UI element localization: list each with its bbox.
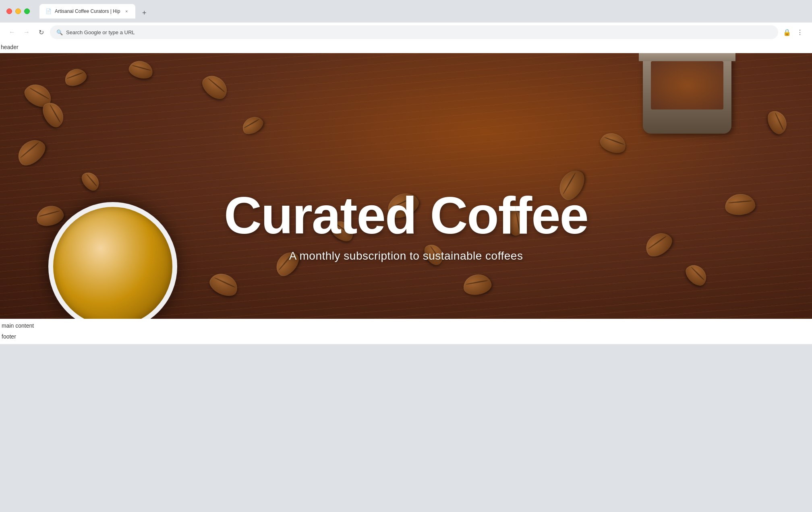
- tab-favicon-icon: 📄: [45, 8, 52, 14]
- forward-icon: →: [23, 29, 30, 36]
- grinder-top: [639, 53, 735, 61]
- close-window-button[interactable]: [6, 8, 12, 14]
- tab-title: Artisanal Coffee Curators | Hip: [55, 8, 120, 14]
- tab-close-button[interactable]: ×: [123, 8, 130, 14]
- browser-actions: 🔒 ⋮: [781, 27, 806, 38]
- forward-button[interactable]: →: [21, 27, 32, 38]
- back-button[interactable]: ←: [6, 27, 18, 38]
- url-bar[interactable]: 🔍 Search Google or type a URL: [50, 25, 778, 39]
- address-bar: ← → ↻ 🔍 Search Google or type a URL 🔒 ⋮: [0, 23, 812, 42]
- browser-frame: 📄 Artisanal Coffee Curators | Hip × + ← …: [0, 0, 812, 344]
- grinder-coffee-grounds: [651, 61, 723, 109]
- profile-icon: 🔒: [783, 29, 791, 36]
- back-icon: ←: [9, 29, 15, 36]
- url-text: Search Google or type a URL: [66, 29, 772, 35]
- main-content-label: main content: [1, 320, 811, 332]
- menu-icon: ⋮: [797, 29, 803, 36]
- footer-label: footer: [1, 331, 811, 343]
- page-labels: main content footer: [0, 319, 812, 344]
- hero-text-block: Curated Coffee A monthly subscription to…: [0, 189, 812, 262]
- coffee-grinder: [643, 53, 731, 134]
- minimize-window-button[interactable]: [15, 8, 21, 14]
- hero-subtitle: A monthly subscription to sustainable co…: [0, 250, 812, 262]
- hero-title: Curated Coffee: [0, 189, 812, 242]
- maximize-window-button[interactable]: [24, 8, 30, 14]
- search-icon: 🔍: [56, 29, 63, 35]
- traffic-lights: [6, 8, 30, 14]
- new-tab-button[interactable]: +: [139, 7, 150, 19]
- reload-icon: ↻: [39, 29, 44, 36]
- web-content: header: [0, 42, 812, 344]
- header-label: header: [0, 42, 812, 53]
- tab-bar: 📄 Artisanal Coffee Curators | Hip × +: [39, 4, 806, 19]
- browser-tab[interactable]: 📄 Artisanal Coffee Curators | Hip ×: [39, 4, 135, 19]
- hero-section: Curated Coffee A monthly subscription to…: [0, 53, 812, 319]
- reload-button[interactable]: ↻: [35, 27, 47, 38]
- menu-button[interactable]: ⋮: [794, 27, 806, 38]
- profile-button[interactable]: 🔒: [781, 27, 793, 38]
- title-bar: 📄 Artisanal Coffee Curators | Hip × +: [0, 0, 812, 23]
